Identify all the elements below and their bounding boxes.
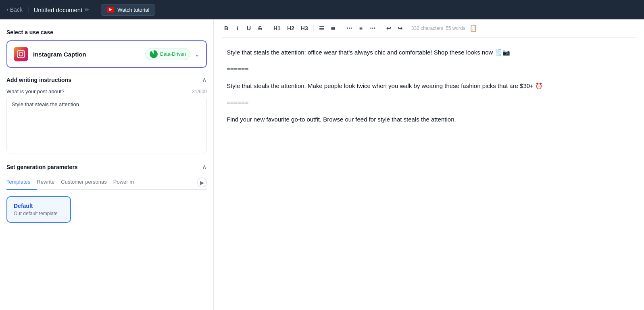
watch-tutorial-label: Watch tutorial [117, 7, 149, 13]
editor-content[interactable]: Style that steals the attention: office … [214, 38, 644, 310]
word-count: 55 words [446, 25, 465, 31]
tab-templates[interactable]: Templates [6, 176, 37, 190]
redo-button[interactable]: ↪ [396, 24, 404, 33]
toolbar-divider-2 [313, 25, 314, 32]
question-text: What is your post about? [6, 88, 65, 94]
left-panel: Select a use case Instagram Caption 90 D… [0, 19, 214, 310]
top-navigation: ‹ Back | Untitled document ✏ Watch tutor… [0, 0, 644, 19]
bold-button[interactable]: B [222, 24, 231, 33]
h1-button[interactable]: H1 [271, 24, 283, 33]
gen-params-header: Set generation parameters ∧ [6, 163, 207, 171]
char-count: 31/600 [192, 89, 207, 94]
collapse-writing-button[interactable]: ∧ [202, 76, 207, 84]
tabs-row: Templates Rewrite Customer personas Powe… [6, 176, 207, 190]
template-card-subtitle: Our default template [14, 211, 64, 216]
use-case-left: Instagram Caption [14, 47, 86, 61]
toolbar-divider-5 [408, 25, 408, 32]
tab-customer-personas[interactable]: Customer personas [61, 176, 113, 190]
template-card-title: Default [14, 203, 64, 209]
nav-divider: | [27, 6, 29, 13]
use-case-section-title: Select a use case [6, 29, 207, 36]
content-paragraph-1: Style that steals the attention: office … [227, 47, 631, 58]
generation-params-section: Set generation parameters ∧ Templates Re… [6, 163, 207, 223]
right-panel: B I U S H1 H2 H3 ☰ ≣ ⋯ ≡ ⋯ ↩ ↪ 332 chara… [214, 19, 644, 310]
question-row: What is your post about? 31/600 [6, 88, 207, 94]
toolbar-divider-1 [268, 25, 268, 32]
toolbar-divider-4 [381, 25, 381, 32]
content-paragraph-3: Find your new favourite go-to outfit. Br… [227, 114, 631, 125]
strikethrough-button[interactable]: S [256, 24, 265, 33]
use-case-name: Instagram Caption [33, 51, 86, 58]
back-label: Back [10, 6, 23, 13]
toolbar-divider-3 [341, 25, 341, 32]
undo-button[interactable]: ↩ [384, 24, 393, 33]
svg-rect-0 [17, 50, 25, 58]
align-right-button[interactable]: ⋯ [368, 24, 377, 33]
unordered-list-button[interactable]: ☰ [317, 24, 326, 33]
tab-more-button[interactable]: ▶ [197, 178, 207, 187]
post-about-textarea[interactable]: Style that steals the attention [6, 97, 207, 153]
writing-section-header: Add writing instructions ∧ [6, 76, 207, 84]
svg-point-2 [23, 52, 24, 53]
underline-button[interactable]: U [244, 24, 253, 33]
instagram-icon [14, 47, 28, 61]
collapse-gen-params-button[interactable]: ∧ [202, 163, 207, 171]
h3-button[interactable]: H3 [299, 24, 310, 33]
tab-power-mode[interactable]: Power m [113, 176, 140, 190]
data-driven-badge: 90 Data-Driven [145, 48, 190, 60]
play-triangle [109, 8, 112, 11]
use-case-selector[interactable]: Instagram Caption 90 Data-Driven ⌄ [6, 40, 207, 68]
ordered-list-button[interactable]: ≣ [329, 24, 338, 33]
content-paragraph-2: Style that steals the attention. Make pe… [227, 81, 631, 91]
writing-instructions-section: Add writing instructions ∧ What is your … [6, 76, 207, 155]
tab-rewrite[interactable]: Rewrite [37, 176, 61, 190]
content-separator-1: ====== [227, 64, 631, 75]
align-center-button[interactable]: ≡ [356, 24, 365, 33]
align-left-button[interactable]: ⋯ [344, 24, 354, 33]
italic-button[interactable]: I [233, 24, 242, 33]
document-title: Untitled document ✏ [33, 6, 90, 13]
default-template-card[interactable]: Default Our default template [6, 196, 71, 223]
content-separator-2: ====== [227, 98, 631, 108]
watch-tutorial-button[interactable]: Watch tutorial [101, 4, 155, 16]
svg-point-1 [19, 52, 23, 56]
character-count: 332 characters [411, 25, 443, 31]
gen-params-title: Set generation parameters [6, 164, 78, 170]
h2-button[interactable]: H2 [285, 24, 296, 33]
copy-button[interactable]: 📋 [468, 23, 479, 33]
data-driven-label: Data-Driven [160, 51, 186, 57]
chevron-down-icon: ⌄ [194, 50, 200, 58]
edit-icon[interactable]: ✏ [85, 6, 90, 13]
editor-toolbar: B I U S H1 H2 H3 ☰ ≣ ⋯ ≡ ⋯ ↩ ↪ 332 chara… [214, 19, 644, 37]
back-link[interactable]: ‹ Back [6, 6, 23, 13]
writing-section-title: Add writing instructions [6, 77, 71, 83]
youtube-icon [107, 7, 114, 13]
score-circle: 90 [150, 50, 158, 58]
main-layout: Select a use case Instagram Caption 90 D… [0, 19, 644, 310]
